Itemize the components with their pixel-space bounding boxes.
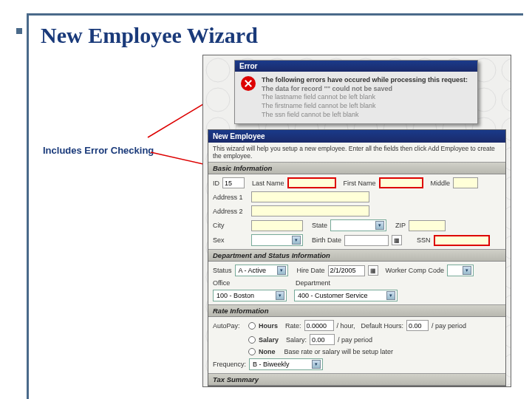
hire-input[interactable] [328, 265, 365, 276]
salary-unit: / pay period [338, 336, 372, 344]
id-label: ID [213, 180, 219, 187]
defhrs-label: Default Hours: [361, 322, 404, 330]
addr1-input[interactable] [251, 191, 369, 202]
autopay-salary-radio[interactable] [248, 336, 256, 344]
status-label: Status [213, 267, 232, 274]
error-lead: The following errors have occured while … [262, 76, 468, 85]
salary-label: Salary [259, 336, 279, 344]
error-line: The firstname field cannot be left blank [262, 102, 468, 111]
autopay-none-radio[interactable] [248, 348, 256, 355]
addr1-label: Address 1 [213, 194, 248, 201]
addr2-input[interactable] [251, 205, 369, 216]
wcc-label: Worker Comp Code [386, 267, 444, 274]
app-window: Error The following errors have occured … [202, 55, 511, 387]
calendar-icon[interactable]: ▦ [392, 235, 402, 245]
salary-input[interactable] [310, 334, 335, 345]
chevron-down-icon: ▾ [276, 291, 284, 300]
chevron-down-icon: ▾ [386, 291, 395, 300]
error-subhead: The data for record "" could not be save… [262, 85, 468, 94]
department-label: Department [296, 279, 330, 287]
calendar-icon[interactable]: ▦ [368, 265, 378, 276]
freq-label: Frequency: [213, 361, 246, 368]
autopay-label: AutoPay: [213, 322, 245, 330]
autopay-hours-radio[interactable] [248, 322, 256, 330]
birth-label: Birth Date [312, 236, 341, 244]
office-label: Office [213, 279, 242, 287]
wizard-titlebar: New Employee [208, 130, 505, 143]
chevron-down-icon: ▾ [292, 236, 301, 245]
city-label: City [213, 222, 248, 229]
chevron-down-icon: ▾ [312, 360, 321, 369]
error-line: The lastname field cannot be left blank [262, 93, 468, 102]
department-select[interactable]: 400 - Customer Service▾ [294, 290, 398, 301]
defhrs-input[interactable] [406, 320, 429, 331]
hours-label: Hours [259, 322, 278, 330]
error-dialog: Error The following errors have occured … [234, 60, 478, 124]
lastname-input[interactable] [287, 177, 336, 188]
zip-label: ZIP [395, 222, 406, 229]
sex-label: Sex [213, 236, 248, 244]
section-dept: Department and Status Information [208, 249, 505, 262]
wcc-select[interactable]: ▾ [447, 265, 474, 276]
zip-input[interactable] [409, 220, 446, 231]
id-input[interactable] [222, 177, 245, 188]
section-basic: Basic Information [208, 162, 505, 174]
none-label: None [259, 348, 276, 355]
ssn-label: SSN [417, 236, 431, 244]
addr2-label: Address 2 [213, 208, 248, 215]
defhrs-unit: / pay period [432, 322, 466, 330]
rate-input[interactable] [304, 320, 334, 331]
freq-select[interactable]: B - Biweekly▾ [249, 358, 323, 370]
rate-label: Rate: [285, 322, 301, 330]
middle-label: Middle [431, 180, 451, 187]
callout-text: Includes Error Checking [43, 145, 154, 156]
state-label: State [312, 222, 327, 229]
lastname-label: Last Name [252, 180, 284, 187]
error-line: The ssn field cannot be left blank [262, 111, 468, 120]
error-icon [241, 76, 256, 91]
error-titlebar: Error [235, 61, 477, 72]
salary-field-label: Salary: [286, 336, 307, 344]
birth-input[interactable] [344, 235, 389, 246]
office-select[interactable]: 100 - Boston▾ [213, 290, 287, 301]
wizard-desc: This wizard will help you setup a new em… [208, 143, 505, 162]
none-desc: Base rate or salary will be setup later [284, 348, 394, 355]
middle-input[interactable] [453, 177, 478, 188]
city-input[interactable] [251, 220, 303, 231]
slide-title: New Employee Wizard [41, 23, 523, 48]
status-select[interactable]: A - Active▾ [235, 265, 288, 276]
section-tax: Tax Summary [208, 373, 505, 386]
chevron-down-icon: ▾ [463, 266, 471, 275]
chevron-down-icon: ▾ [277, 266, 286, 275]
wizard-panel: New Employee This wizard will help you s… [208, 129, 506, 386]
rate-unit: / hour, [337, 322, 355, 330]
ssn-input[interactable] [434, 235, 490, 246]
firstname-label: First Name [344, 180, 376, 187]
firstname-input[interactable] [379, 177, 423, 188]
state-select[interactable]: ▾ [330, 219, 386, 231]
hire-label: Hire Date [297, 267, 325, 274]
section-rate: Rate Information [208, 304, 505, 317]
sex-select[interactable]: ▾ [251, 234, 303, 246]
chevron-down-icon: ▾ [375, 221, 384, 230]
